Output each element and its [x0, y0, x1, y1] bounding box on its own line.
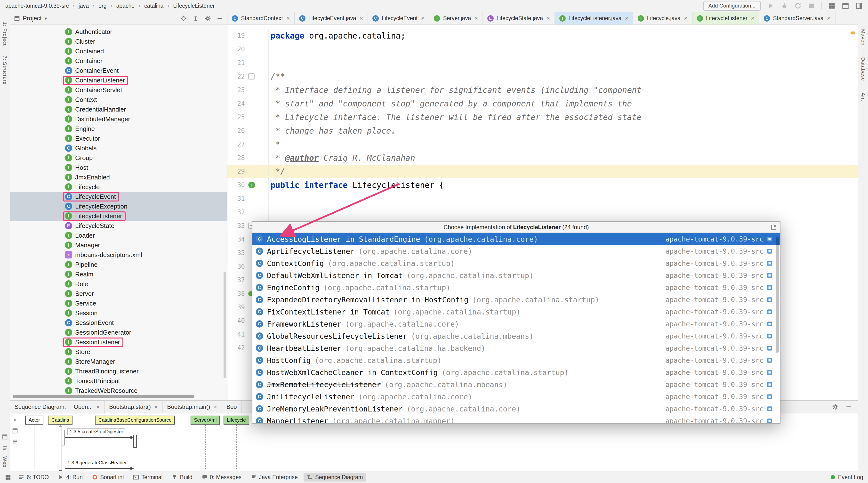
popup-item[interactable]: CFrameworkListener(org.apache.catalina.c…	[252, 318, 780, 330]
breadcrumb-item[interactable]: catalina	[144, 3, 163, 9]
editor-tab[interactable]: CStandardContext×	[227, 12, 295, 25]
fold-icon[interactable]: −	[248, 73, 255, 80]
tree-item[interactable]: IExecutor	[10, 133, 227, 143]
vertical-scrollbar[interactable]	[223, 272, 226, 378]
code-line[interactable]: 27 *	[227, 138, 858, 151]
tool-button-maven[interactable]: Maven	[860, 29, 866, 46]
hide-panel-icon[interactable]	[846, 404, 852, 410]
code-line[interactable]: 21	[227, 56, 858, 69]
status-item-0-messages[interactable]: 0: Messages	[198, 473, 245, 482]
tree-item[interactable]: IRole	[10, 279, 227, 289]
open-as-tool-window-icon[interactable]	[771, 224, 777, 230]
tab-close-icon[interactable]: ×	[154, 403, 158, 411]
lifeline-box[interactable]: Catalina	[48, 416, 72, 425]
editor-tab[interactable]: CStandardServer.java×	[760, 12, 836, 25]
tree-item[interactable]: ISessionListener	[10, 337, 227, 347]
chevron-down-icon[interactable]: ▾	[44, 16, 47, 21]
export-image-icon[interactable]	[12, 428, 18, 434]
popup-item[interactable]: CContextConfig(org.apache.catalina.start…	[252, 257, 780, 269]
tree-item[interactable]: IAuthenticator	[10, 27, 227, 37]
window-split-icon[interactable]	[856, 2, 863, 9]
code-line[interactable]: 22−/**	[227, 69, 858, 83]
code-line[interactable]: 29 */	[227, 164, 858, 178]
message-label[interactable]: 1.3.5:createStopDigester	[67, 428, 125, 435]
rerun-icon[interactable]	[794, 2, 802, 9]
popup-item[interactable]: CJniLifecycleListener(org.apache.catalin…	[252, 391, 780, 403]
status-item-java-enterprise[interactable]: Java Enterprise	[247, 473, 301, 482]
message-label[interactable]: 1.3.6:generateClassHeader	[67, 460, 127, 465]
status-item-6-todo[interactable]: 6: TODO	[15, 473, 52, 482]
stop-icon[interactable]	[808, 2, 815, 9]
implemented-icon[interactable]: ↓	[248, 182, 255, 188]
popup-item[interactable]: CMapperListener(org.apache.catalina.mapp…	[252, 415, 780, 424]
popup-item[interactable]: CExpandedDirectoryRemovalListener in Hos…	[252, 294, 780, 306]
popup-item[interactable]: CHeartbeatListener(org.apache.catalina.h…	[252, 342, 780, 354]
tree-item[interactable]: CGlobals	[10, 143, 227, 153]
tree-item[interactable]: IContainer	[10, 56, 227, 66]
code-line[interactable]: 28 * @author Craig R. McClanahan	[227, 151, 858, 164]
editor-tab[interactable]: ILifecycle.java×	[633, 12, 692, 25]
todo-list-icon[interactable]	[2, 445, 8, 451]
lifeline-box[interactable]: ServerXml	[191, 416, 220, 425]
settings-gear-icon[interactable]	[205, 15, 211, 22]
tree-item[interactable]: IHost	[10, 163, 227, 172]
status-item-event-log[interactable]: Event Log	[831, 474, 863, 481]
popup-item[interactable]: CHostConfig(org.apache.catalina.startup)…	[252, 354, 780, 366]
code-line[interactable]: 26 * change has taken place.	[227, 124, 858, 138]
tab-close-icon[interactable]: ×	[827, 14, 831, 22]
tab-close-icon[interactable]: ×	[286, 14, 290, 22]
run-icon[interactable]	[767, 2, 774, 9]
tree-item[interactable]: ITomcatPrincipal	[10, 376, 227, 386]
tree-item[interactable]: IDistributedManager	[10, 114, 227, 124]
tree-item[interactable]: IContained	[10, 46, 227, 56]
tree-item[interactable]: ILifecycle	[10, 182, 227, 192]
popup-item[interactable]: CHostWebXmlCacheCleaner in ContextConfig…	[252, 366, 780, 379]
tree-item[interactable]: IServer	[10, 289, 227, 299]
tool-button-project[interactable]: 1: Project	[2, 22, 8, 46]
locate-file-icon[interactable]	[180, 15, 187, 22]
popup-item[interactable]: CDefaultWebXmlListener in Tomcat(org.apa…	[252, 269, 780, 281]
status-item-sonarlint[interactable]: SonarLint	[89, 473, 127, 482]
popup-item[interactable]: CJmxRemoteLifecycleListener(org.apache.c…	[252, 379, 780, 391]
tree-item[interactable]: IEngine	[10, 124, 227, 133]
tree-item[interactable]: ILoader	[10, 231, 227, 240]
sequence-tab[interactable]: Open...×	[69, 401, 105, 413]
editor-tab[interactable]: CLifecycleEvent×	[368, 12, 430, 25]
tree-item[interactable]: ILifecycleListener	[10, 211, 227, 221]
tool-button-web[interactable]: Web	[2, 456, 8, 467]
code-line[interactable]: 31	[227, 192, 858, 205]
popup-scrollbar[interactable]	[776, 237, 779, 353]
tree-item[interactable]: xmbeans-descriptors.xml	[10, 250, 227, 260]
debug-icon[interactable]	[781, 2, 788, 9]
tree-item[interactable]: IThreadBindingListener	[10, 366, 227, 376]
window-layout-icon[interactable]	[842, 2, 849, 9]
add-configuration-button[interactable]: Add Configuration...	[703, 1, 761, 11]
tree-item[interactable]: IManager	[10, 240, 227, 250]
tree-item[interactable]: IPipeline	[10, 260, 227, 269]
editor-tab[interactable]: ELifecycleState.java×	[483, 12, 555, 25]
code-line[interactable]: 25 * Lifecycle interface. The listener w…	[227, 110, 858, 124]
hide-panel-icon[interactable]	[217, 15, 223, 22]
sequence-tab[interactable]: Boo	[222, 401, 242, 413]
breadcrumb-item[interactable]: apache	[116, 3, 134, 9]
editor-tab[interactable]: IServer.java×	[429, 12, 483, 25]
code-line[interactable]: 20	[227, 42, 858, 56]
popup-item[interactable]: CFixContextListener in Tomcat(org.apache…	[252, 306, 780, 318]
tool-window-switcher-icon[interactable]	[5, 474, 11, 480]
tab-close-icon[interactable]: ×	[214, 403, 217, 411]
code-line[interactable]: 32	[227, 205, 858, 219]
tree-item[interactable]: IContainerServlet	[10, 85, 227, 95]
tree-item[interactable]: IGroup	[10, 153, 227, 163]
breadcrumb-item[interactable]: LifecycleListener	[173, 3, 215, 9]
popup-item[interactable]: CAprLifecycleListener(org.apache.catalin…	[252, 245, 780, 257]
tab-close-icon[interactable]: ×	[360, 14, 363, 22]
lifeline-box[interactable]: CatalinaBaseConfigurationSource	[95, 416, 175, 425]
tab-close-icon[interactable]: ×	[546, 14, 550, 22]
tree-item[interactable]: ICredentialHandler	[10, 104, 227, 114]
status-item-build[interactable]: Build	[168, 473, 196, 482]
popup-item[interactable]: CGlobalResourcesLifecycleListener(org.ap…	[252, 330, 780, 342]
settings-gear-icon[interactable]	[832, 404, 838, 410]
status-item-sequence-diagram[interactable]: Sequence Diagram	[304, 473, 366, 482]
tool-button-database[interactable]: Database	[860, 57, 866, 81]
collapse-all-icon[interactable]	[192, 15, 199, 22]
